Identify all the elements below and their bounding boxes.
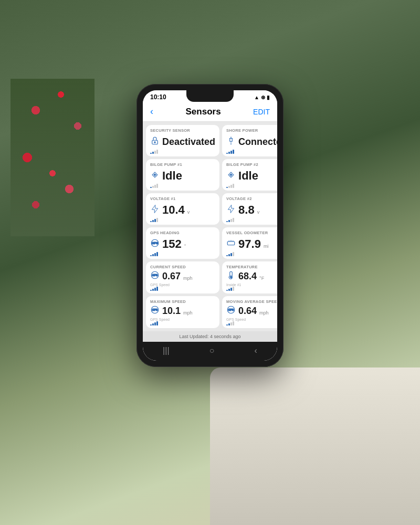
sensor-value-row-bilge2: Idle xyxy=(226,170,277,182)
nav-home-icon[interactable]: ○ xyxy=(209,346,215,355)
sensor-value-row-avg-speed: GPS 0.64 mph xyxy=(226,305,277,317)
sensor-unit-max-speed: mph xyxy=(183,310,193,316)
sensor-bars-security xyxy=(150,150,215,154)
sensor-card-voltage2[interactable]: VOLTAGE #2 8.8 v xyxy=(222,193,277,225)
bilge2-icon xyxy=(226,170,236,182)
max-speed-icon: GPS xyxy=(150,305,160,317)
svg-marker-7 xyxy=(228,205,234,213)
sensor-label-avg-speed: MOVING AVERAGE SPEED xyxy=(226,299,277,304)
sensor-card-security[interactable]: SECURITY SENSOR Deactivated xyxy=(146,125,219,156)
sensor-sub-avg-speed: GPS Speed xyxy=(226,318,277,321)
sensor-unit-gps-heading: ° xyxy=(184,244,186,249)
current-speed-icon: GPS xyxy=(150,270,160,282)
sensor-value-row-bilge1: Idle xyxy=(150,170,215,182)
sensor-bars-gps-heading xyxy=(150,252,215,256)
sensor-card-temperature[interactable]: TEMPERATURE 68.4 °F Inside #1 xyxy=(222,261,277,293)
sensor-value-bilge1: Idle xyxy=(162,170,182,182)
sensor-card-voltage1[interactable]: VOLTAGE #1 10.4 v xyxy=(146,193,219,225)
phone-notch xyxy=(186,90,234,102)
sensor-bars-odometer xyxy=(226,252,277,256)
sensor-value-avg-speed: 0.64 xyxy=(238,306,257,316)
signal-icon: ▲ xyxy=(254,94,259,100)
sensor-card-current-speed[interactable]: CURRENT SPEED GPS 0.67 mph GPS Speed xyxy=(146,261,219,293)
page-title: Sensors xyxy=(186,107,221,117)
wifi-icon: ⊛ xyxy=(261,94,265,100)
sensor-card-max-speed[interactable]: MAXIMUM SPEED GPS 10.1 mph GPS Speed xyxy=(146,296,219,328)
sensor-card-odometer[interactable]: VESSEL ODOMETER 97.9 mi xyxy=(222,227,277,259)
sensor-label-security: SECURITY SENSOR xyxy=(150,128,215,133)
sensor-label-shore-power: SHORE POWER xyxy=(226,128,277,133)
svg-point-3 xyxy=(154,174,156,176)
flowers-decoration xyxy=(10,79,94,236)
sensor-label-gps-heading: GPS HEADING xyxy=(150,230,215,235)
sensor-label-voltage1: VOLTAGE #1 xyxy=(150,196,215,201)
nav-bar: ||| ○ ‹ xyxy=(143,342,277,361)
sensor-card-gps-heading[interactable]: GPS HEADING GPS 152 ° xyxy=(146,227,219,259)
phone-screen: 10:10 ▲ ⊛ ▮ ‹ Sensors EDIT SECURITY SENS… xyxy=(143,90,277,361)
last-updated: Last Updated: 4 seconds ago xyxy=(143,331,277,342)
sensor-unit-odometer: mi xyxy=(264,244,269,249)
sensor-value-security: Deactivated xyxy=(162,137,215,146)
svg-text:GPS: GPS xyxy=(152,274,158,277)
svg-text:GPS: GPS xyxy=(152,308,158,311)
sensor-sub-max-speed: GPS Speed xyxy=(150,318,215,321)
sensor-value-temperature: 68.4 xyxy=(238,271,257,281)
sensor-card-shore-power[interactable]: SHORE POWER Connected xyxy=(222,125,277,156)
sensor-label-voltage2: VOLTAGE #2 xyxy=(226,196,277,201)
sensor-bars-avg-speed xyxy=(226,321,277,326)
sensor-value-odometer: 97.9 xyxy=(238,238,261,250)
sensor-value-max-speed: 10.1 xyxy=(162,306,181,316)
plug-icon xyxy=(226,136,236,148)
battery-icon: ▮ xyxy=(267,94,270,100)
nav-back-icon[interactable]: ‹ xyxy=(255,346,257,355)
sensor-label-max-speed: MAXIMUM SPEED xyxy=(150,299,215,304)
gps-heading-icon: GPS xyxy=(150,238,160,250)
sensor-bars-max-speed xyxy=(150,321,215,326)
sensor-sub-current-speed: GPS Speed xyxy=(150,283,215,287)
sensor-label-odometer: VESSEL ODOMETER xyxy=(226,230,277,235)
sensor-value-bilge2: Idle xyxy=(238,170,258,182)
sensor-card-bilge2[interactable]: BILGE PUMP #2 Idle xyxy=(222,159,277,191)
sensor-unit-temperature: °F xyxy=(259,276,264,281)
sensor-label-current-speed: CURRENT SPEED xyxy=(150,265,215,269)
avg-speed-icon: GPS xyxy=(226,305,236,317)
status-icons: ▲ ⊛ ▮ xyxy=(254,94,270,100)
phone: 10:10 ▲ ⊛ ▮ ‹ Sensors EDIT SECURITY SENS… xyxy=(136,84,284,367)
sensor-bars-shore-power xyxy=(226,150,277,154)
edit-button[interactable]: EDIT xyxy=(253,108,270,116)
sensor-value-row-gps-heading: GPS 152 ° xyxy=(150,238,215,250)
svg-text:GPS: GPS xyxy=(152,242,159,245)
nav-menu-icon[interactable]: ||| xyxy=(163,346,169,355)
sensor-value-gps-heading: 152 xyxy=(162,238,182,250)
pool-decoration xyxy=(210,368,420,525)
sensor-card-bilge1[interactable]: BILGE PUMP #1 Idle xyxy=(146,159,219,191)
svg-marker-6 xyxy=(152,205,158,213)
lock-icon xyxy=(150,136,160,148)
sensor-value-row-odometer: 97.9 mi xyxy=(226,238,277,250)
sensor-label-bilge2: BILGE PUMP #2 xyxy=(226,162,277,167)
sensor-unit-current-speed: mph xyxy=(183,276,193,281)
thermometer-icon xyxy=(226,270,236,282)
svg-rect-10 xyxy=(227,242,235,245)
sensor-value-row-voltage1: 10.4 v xyxy=(150,204,215,216)
sensor-value-row-shore-power: Connected xyxy=(226,136,277,148)
sensor-value-shore-power: Connected xyxy=(238,137,277,146)
sensor-unit-avg-speed: mph xyxy=(259,310,269,316)
sensor-bars-bilge1 xyxy=(150,184,215,188)
svg-text:GPS: GPS xyxy=(228,308,235,311)
svg-point-13 xyxy=(230,276,232,278)
sensor-value-row-max-speed: GPS 10.1 mph xyxy=(150,305,215,317)
sensor-value-voltage1: 10.4 xyxy=(162,204,185,216)
svg-point-5 xyxy=(230,174,232,176)
sensor-bars-voltage1 xyxy=(150,218,215,222)
sensor-unit-voltage1: v xyxy=(187,209,190,215)
sensor-bars-bilge2 xyxy=(226,184,277,188)
sensor-label-temperature: TEMPERATURE xyxy=(226,265,277,269)
app-header: ‹ Sensors EDIT xyxy=(143,103,277,122)
sensor-value-row-current-speed: GPS 0.67 mph xyxy=(150,270,215,282)
phone-wrapper: 10:10 ▲ ⊛ ▮ ‹ Sensors EDIT SECURITY SENS… xyxy=(136,84,284,367)
sensor-unit-voltage2: v xyxy=(257,209,260,215)
sensors-grid: SECURITY SENSOR Deactivated xyxy=(143,122,277,331)
sensor-card-avg-speed[interactable]: MOVING AVERAGE SPEED GPS 0.64 mph GPS Sp… xyxy=(222,296,277,328)
back-button[interactable]: ‹ xyxy=(150,106,153,117)
